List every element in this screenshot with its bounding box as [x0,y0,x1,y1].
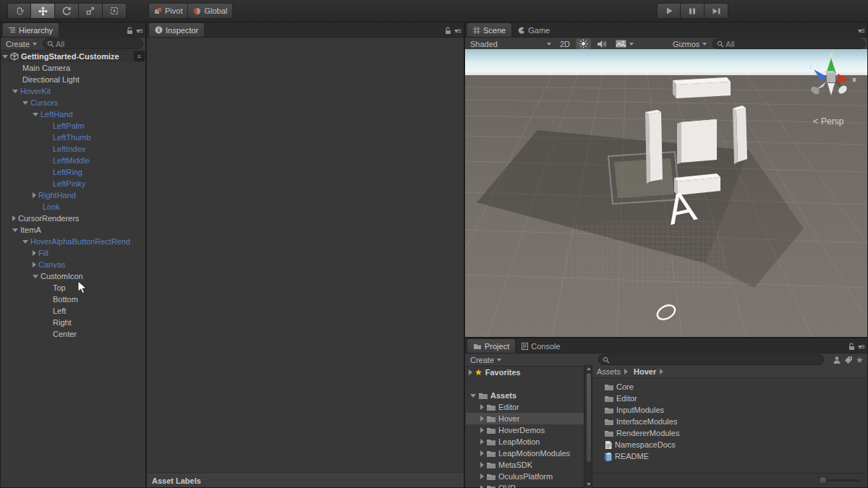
scene-viewport[interactable]: A y z x < Persp [465,49,867,337]
hierarchy-item[interactable]: Bottom [1,294,145,305]
project-folder-row[interactable]: LeapMotionModules [466,448,584,459]
lock-icon[interactable] [445,27,451,35]
play-button[interactable] [657,3,681,19]
hierarchy-item[interactable]: Canvas [1,259,145,270]
assets-root-row[interactable]: Assets [466,390,584,401]
asset-row[interactable]: Core [592,381,867,393]
hierarchy-item[interactable]: Fill [1,247,145,259]
breadcrumb-current[interactable]: Hover [634,367,656,376]
scroll-down-arrow[interactable] [587,483,591,486]
scene-lighting-button[interactable] [576,38,591,49]
rect-tool-button[interactable] [103,3,127,19]
scrollbar-thumb[interactable] [586,372,592,463]
hierarchy-item[interactable]: Top [1,282,145,294]
lock-icon[interactable] [127,27,133,35]
expand-arrow-icon[interactable] [12,90,18,93]
scene-header-row[interactable]: GettingStarted-Customize ≡ [1,51,145,62]
scene-search-input[interactable]: All [712,38,865,49]
hierarchy-item[interactable]: LeftIndex [1,143,145,155]
project-folder-row[interactable]: MetaSDK [466,459,584,471]
expand-arrow-icon[interactable] [22,240,28,244]
hierarchy-item[interactable]: HoverKit [1,85,145,97]
gizmo-cube[interactable] [827,73,835,82]
hierarchy-item[interactable]: Main Camera [1,62,145,74]
collapse-arrow-icon[interactable] [33,250,36,256]
collapse-arrow-icon[interactable] [480,404,484,410]
expand-arrow-icon[interactable] [22,101,28,105]
collapse-arrow-icon[interactable] [480,450,484,456]
slider-knob[interactable] [819,476,827,484]
collapse-arrow-icon[interactable] [480,474,484,479]
block-left-bar[interactable] [645,110,663,184]
hierarchy-item[interactable]: CursorRenderers [1,213,145,224]
tab-hierarchy[interactable]: Hierarchy [2,22,59,37]
expand-arrow-icon[interactable] [2,55,8,59]
saved-search-star-icon[interactable]: ★ [856,356,864,364]
asset-row[interactable]: NamespaceDocs [592,439,867,450]
block-right-bar[interactable] [733,106,747,164]
asset-labels-section[interactable]: Asset Labels [147,473,464,487]
hierarchy-item[interactable]: CustomIcon [1,270,145,282]
hierarchy-create-button[interactable]: Create [3,40,40,48]
tab-console[interactable]: Console [516,339,566,353]
collapse-arrow-icon[interactable] [12,215,16,221]
project-tree-scrollbar[interactable] [584,365,592,488]
pivot-toggle-button[interactable]: Pivot [148,3,188,19]
hierarchy-item[interactable]: ItemA [1,224,145,236]
hierarchy-search-input[interactable]: All [43,38,143,49]
thumbnail-size-slider[interactable] [822,479,859,481]
search-by-label-icon[interactable] [844,356,853,364]
project-search-input[interactable] [598,354,824,365]
global-toggle-button[interactable]: Global [188,3,233,19]
hierarchy-item[interactable]: Center [1,328,145,340]
hierarchy-item[interactable]: Left [1,305,145,317]
hierarchy-item[interactable]: Right [1,317,145,328]
asset-row[interactable]: README [592,450,867,462]
hierarchy-item[interactable]: Cursors [1,97,145,108]
asset-row[interactable]: InterfaceModules [592,416,867,427]
pause-button[interactable] [681,3,705,19]
move-tool-button[interactable] [31,3,55,19]
expand-arrow-icon[interactable] [33,275,38,278]
collapse-arrow-icon[interactable] [33,192,36,198]
pane-menu-icon[interactable]: ▾≡ [858,343,864,351]
tab-scene[interactable]: Scene [467,22,512,37]
scale-tool-button[interactable] [79,3,103,19]
hierarchy-item[interactable]: LeftThumb [1,132,145,143]
tab-game[interactable]: Game [512,23,556,37]
hierarchy-item[interactable]: LeftHand [1,108,145,120]
project-folder-row-selected[interactable]: Hover [466,413,584,424]
asset-row[interactable]: RendererModules [592,427,867,439]
tab-inspector[interactable]: i Inspector [148,22,205,37]
hierarchy-item[interactable]: Directional Light [1,74,145,85]
hierarchy-item[interactable]: LeftPinky [1,178,145,189]
persp-toggle-chevron[interactable]: < [813,116,818,127]
project-folder-row[interactable]: HoverDemos [466,424,584,436]
block-top-beam[interactable] [673,77,731,98]
pane-menu-icon[interactable]: ▾≡ [858,27,864,35]
hierarchy-item[interactable]: LeftMiddle [1,155,145,166]
toggle-2d-button[interactable]: 2D [557,40,573,48]
pane-menu-icon[interactable]: ▾≡ [136,27,142,35]
project-folder-row[interactable]: OculusPlatform [466,471,584,482]
collapse-arrow-icon[interactable] [480,416,484,421]
project-folder-row[interactable]: Editor [466,401,584,413]
hand-tool-button[interactable] [7,3,31,19]
search-by-type-icon[interactable] [833,356,841,364]
tab-project[interactable]: Project [467,338,516,353]
breadcrumb-root[interactable]: Assets [597,367,621,376]
scene-audio-button[interactable] [594,40,610,48]
gizmos-dropdown[interactable]: Gizmos [670,40,710,48]
scene-effects-dropdown[interactable] [613,40,637,48]
scene-options-icon[interactable]: ≡ [134,51,145,61]
hierarchy-item[interactable]: HoverAlphaButtonRectRend [1,236,145,247]
scroll-up-arrow[interactable] [587,367,591,370]
collapse-arrow-icon[interactable] [480,439,484,445]
project-create-button[interactable]: Create [467,356,504,364]
hierarchy-item[interactable]: LeftRing [1,166,145,178]
block-center-panel[interactable] [677,119,717,164]
lock-icon[interactable] [848,343,855,351]
collapse-arrow-icon[interactable] [480,462,484,468]
collapse-arrow-icon[interactable] [33,262,36,267]
draw-mode-dropdown[interactable]: Shaded [467,40,554,48]
